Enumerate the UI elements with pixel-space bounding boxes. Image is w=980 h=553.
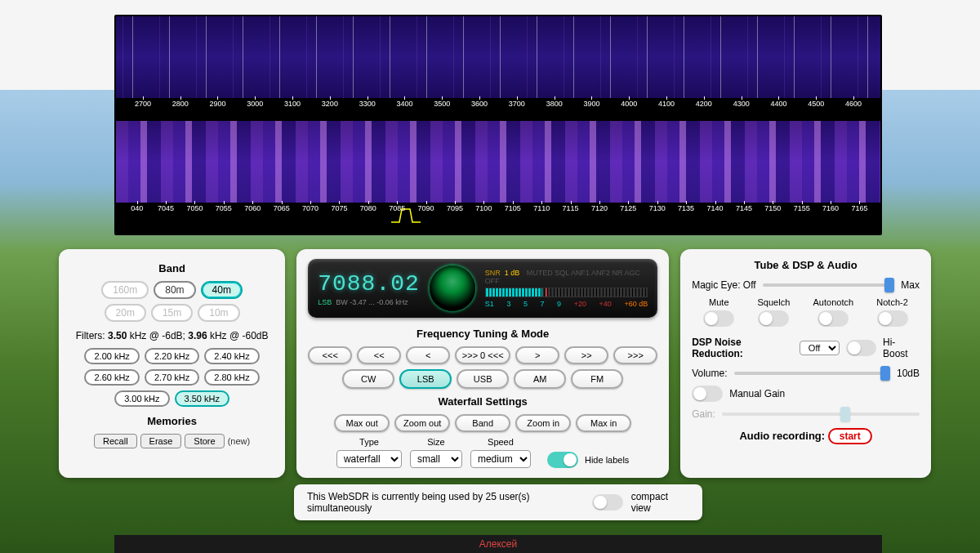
- rec-label: Audio recording:: [739, 430, 825, 442]
- scale-tick: 2800: [162, 100, 199, 108]
- scale-tick: 7100: [470, 204, 498, 212]
- step-button[interactable]: >>>: [613, 346, 657, 364]
- type-select[interactable]: waterfall: [336, 450, 402, 468]
- mode-button-fm[interactable]: FM: [571, 369, 623, 389]
- step-button[interactable]: >: [515, 346, 559, 364]
- step-button[interactable]: >>> 0 <<<: [455, 346, 510, 364]
- scale-tick: 4000: [610, 100, 648, 108]
- filter-button[interactable]: 3.00 kHz: [114, 390, 169, 407]
- freq-scale-upper: 2700280029003000310032003300340035003600…: [116, 98, 880, 121]
- scale-tick: 3200: [311, 100, 349, 108]
- mode-button-lsb[interactable]: LSB: [399, 369, 452, 389]
- recall-button[interactable]: Recall: [94, 434, 137, 448]
- hiboost-label: Hi-Boost: [883, 337, 920, 359]
- wf-settings-heading: Waterfall Settings: [308, 395, 657, 408]
- notch2-toggle[interactable]: [877, 310, 908, 327]
- waterfall-lower: [116, 121, 880, 203]
- mode-button-cw[interactable]: CW: [342, 369, 394, 389]
- username-bar: Алексей: [114, 535, 882, 553]
- filters-summary: Filters: 3.50 kHz @ -6dB; 3.96 kHz @ -60…: [70, 330, 274, 341]
- step-button[interactable]: <: [406, 346, 450, 364]
- step-button[interactable]: <<: [357, 346, 401, 364]
- scale-tick: 3800: [536, 100, 573, 108]
- filter-button[interactable]: 3.50 kHz: [175, 390, 229, 407]
- magic-eye-slider[interactable]: [763, 283, 895, 287]
- waterfall-display[interactable]: 2700280029003000310032003300340035003600…: [114, 15, 882, 235]
- mode-button-am[interactable]: AM: [514, 369, 566, 389]
- squelch-toggle[interactable]: [758, 310, 789, 327]
- wf-button[interactable]: Max in: [576, 414, 631, 432]
- scale-tick: 7150: [759, 204, 787, 212]
- band-button-40m[interactable]: 40m: [201, 281, 243, 299]
- filter-button[interactable]: 2.70 kHz: [145, 369, 199, 386]
- filter-button[interactable]: 2.00 kHz: [84, 348, 139, 364]
- scale-tick: 4100: [648, 100, 685, 108]
- max-label: Max: [901, 279, 920, 291]
- step-button[interactable]: <<<: [308, 346, 352, 364]
- notch2-label: Notch-2: [876, 297, 908, 307]
- hide-labels-toggle[interactable]: [547, 452, 578, 468]
- scale-tick: 7165: [845, 204, 874, 212]
- scale-tick: 040: [122, 204, 151, 212]
- hiboost-toggle[interactable]: [846, 340, 876, 356]
- dsp-select[interactable]: Off: [800, 341, 840, 355]
- wf-button[interactable]: Zoom in: [515, 414, 571, 432]
- wf-button[interactable]: Zoom out: [394, 414, 450, 432]
- s-meter: [485, 288, 648, 297]
- step-button[interactable]: >>: [564, 346, 608, 364]
- wf-button[interactable]: Max out: [334, 414, 390, 432]
- scale-tick: 7105: [498, 204, 527, 212]
- scale-tick: 7145: [729, 204, 758, 212]
- tuning-dial[interactable]: [430, 265, 475, 311]
- band-row: 160m80m40m: [70, 281, 274, 299]
- filter-button[interactable]: 2.20 kHz: [145, 348, 199, 364]
- wf-button[interactable]: Band: [455, 414, 510, 432]
- band-button-15m: 15m: [151, 304, 193, 322]
- volume-slider[interactable]: [734, 372, 890, 375]
- mode-button-usb[interactable]: USB: [457, 369, 509, 389]
- speed-select[interactable]: medium: [470, 450, 531, 468]
- scale-tick: 7120: [585, 204, 613, 212]
- erase-button[interactable]: Erase: [140, 434, 182, 448]
- scale-tick: 7140: [701, 204, 729, 212]
- filter-grid: 2.00 kHz2.20 kHz2.40 kHz2.60 kHz2.70 kHz…: [70, 348, 274, 407]
- users-message: This WebSDR is currently being used by 2…: [307, 491, 592, 514]
- frequency-readout[interactable]: 7088.02: [318, 271, 420, 297]
- band-row: 20m15m10m: [70, 304, 274, 322]
- scale-tick: 3300: [349, 100, 386, 108]
- mute-toggle[interactable]: [703, 310, 734, 327]
- scale-tick: 7055: [209, 204, 238, 212]
- filter-button[interactable]: 2.40 kHz: [204, 348, 259, 364]
- tuning-panel: 7088.02 LSB BW -3.47 ... -0.06 kHz SNR 1…: [296, 249, 669, 478]
- scale-tick: 7075: [325, 204, 354, 212]
- memories-new: (new): [228, 436, 251, 446]
- filter-button[interactable]: 2.80 kHz: [204, 369, 259, 386]
- scale-tick: 3400: [386, 100, 424, 108]
- scale-tick: 3000: [236, 100, 274, 108]
- compact-toggle[interactable]: [592, 494, 622, 511]
- magic-eye-label: Magic Eye: Off: [692, 279, 755, 291]
- waterfall-upper: [116, 16, 880, 98]
- scale-tick: 7090: [412, 204, 440, 212]
- scale-tick: 7135: [671, 204, 700, 212]
- scale-tick: 7080: [354, 204, 382, 212]
- tuner-display: 7088.02 LSB BW -3.47 ... -0.06 kHz SNR 1…: [308, 259, 657, 318]
- hide-labels-text: Hide labels: [585, 455, 629, 465]
- scale-tick: 7155: [787, 204, 816, 212]
- type-label: Type: [336, 437, 402, 447]
- filter-button[interactable]: 2.60 kHz: [84, 369, 139, 386]
- size-select[interactable]: small: [410, 450, 462, 468]
- size-label: Size: [410, 437, 462, 447]
- memories-heading: Memories: [70, 415, 274, 427]
- band-button-80m[interactable]: 80m: [154, 281, 195, 299]
- record-start-button[interactable]: start: [828, 428, 872, 444]
- autonotch-toggle[interactable]: [817, 310, 849, 327]
- scale-tick: 3500: [423, 100, 461, 108]
- manual-gain-toggle[interactable]: [692, 386, 723, 402]
- store-button[interactable]: Store: [185, 434, 224, 448]
- scale-tick: 7060: [238, 204, 267, 212]
- mute-label: Mute: [709, 297, 728, 307]
- gain-slider: [722, 413, 920, 416]
- scale-tick: 3100: [274, 100, 311, 108]
- wf-buttons-row: Max outZoom outBandZoom inMax in: [308, 414, 657, 432]
